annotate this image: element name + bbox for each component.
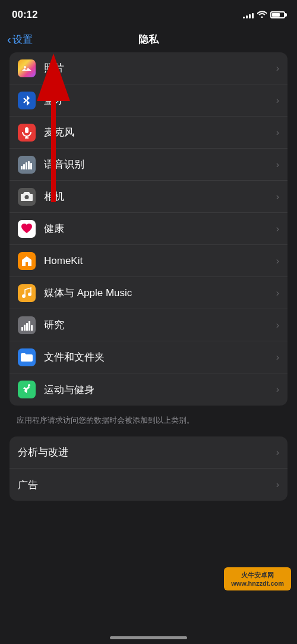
camera-label: 相机 (44, 190, 271, 203)
svg-rect-6 (21, 166, 23, 169)
privacy-items-group: 照片 › 蓝牙 › 麦克风 › (10, 52, 287, 406)
svg-rect-14 (21, 327, 23, 331)
music-chevron: › (276, 288, 279, 299)
sound-recognition-icon (18, 156, 36, 174)
analytics-chevron: › (276, 447, 279, 458)
status-time: 00:12 (12, 9, 37, 21)
health-label: 健康 (44, 222, 271, 235)
svg-rect-8 (26, 162, 27, 169)
signal-icon (243, 11, 254, 18)
fitness-label: 运动与健身 (44, 383, 271, 397)
microphone-chevron: › (276, 127, 279, 138)
camera-chevron: › (276, 191, 279, 202)
fitness-icon (18, 381, 36, 398)
health-row[interactable]: 健康 › (10, 213, 287, 245)
bluetooth-row[interactable]: 蓝牙 › (10, 84, 287, 117)
svg-rect-16 (26, 323, 28, 331)
microphone-row[interactable]: 麦克风 › (10, 117, 287, 149)
photos-icon (18, 59, 36, 77)
status-bar: 00:12 (0, 0, 297, 26)
photos-label: 照片 (44, 61, 271, 75)
ads-row[interactable]: 广告 › (10, 469, 287, 501)
files-label: 文件和文件夹 (44, 350, 271, 364)
ads-label: 广告 (18, 478, 271, 492)
homekit-icon (18, 252, 36, 270)
svg-rect-17 (29, 321, 30, 331)
sound-recognition-row[interactable]: 语音识别 › (10, 149, 287, 181)
analytics-row[interactable]: 分析与改进 › (10, 436, 287, 469)
bluetooth-label: 蓝牙 (44, 93, 271, 107)
svg-rect-18 (31, 325, 33, 331)
svg-point-19 (28, 384, 30, 387)
svg-point-2 (24, 66, 26, 68)
microphone-icon (18, 124, 36, 142)
back-button[interactable]: ‹ 设置 (7, 33, 33, 46)
svg-rect-15 (24, 325, 26, 331)
music-label: 媒体与 Apple Music (44, 286, 271, 300)
camera-row[interactable]: 相机 › (10, 181, 287, 213)
fitness-row[interactable]: 运动与健身 › (10, 373, 287, 406)
music-row[interactable]: 媒体与 Apple Music › (10, 277, 287, 309)
svg-rect-3 (25, 127, 29, 133)
analytics-label: 分析与改进 (18, 445, 271, 459)
svg-rect-10 (30, 163, 32, 169)
home-indicator (110, 636, 187, 639)
fitness-chevron: › (276, 384, 279, 395)
svg-rect-7 (23, 164, 25, 169)
research-icon (18, 316, 36, 334)
battery-icon (270, 11, 285, 18)
bluetooth-icon (18, 92, 36, 109)
svg-point-11 (25, 195, 29, 199)
files-chevron: › (276, 352, 279, 363)
music-icon (18, 284, 36, 302)
research-row[interactable]: 研究 › (10, 309, 287, 341)
research-label: 研究 (44, 318, 271, 332)
files-icon (18, 348, 36, 366)
photos-row[interactable]: 照片 › (10, 52, 287, 84)
ads-chevron: › (276, 479, 279, 490)
homekit-row[interactable]: HomeKit › (10, 245, 287, 277)
section-footer: 应用程序请求访问您的数据时会被添加到以上类别。 (0, 410, 297, 436)
back-chevron-icon: ‹ (7, 33, 11, 45)
watermark-line1: 火牛安卓网 (231, 571, 284, 580)
watermark-line2: www.hnzzdt.com (231, 580, 284, 587)
health-chevron: › (276, 224, 279, 234)
bluetooth-chevron: › (276, 95, 279, 106)
camera-icon (18, 188, 36, 206)
research-chevron: › (276, 320, 279, 331)
privacy-settings-section: 照片 › 蓝牙 › 麦克风 › (0, 52, 297, 501)
page-title: 隐私 (138, 33, 159, 46)
watermark: 火牛安卓网 www.hnzzdt.com (224, 567, 291, 590)
svg-rect-9 (28, 161, 30, 169)
sound-recognition-chevron: › (276, 159, 279, 170)
health-icon (18, 220, 36, 238)
svg-point-13 (28, 293, 31, 296)
wifi-icon (257, 10, 267, 20)
status-icons (243, 10, 285, 20)
nav-bar: ‹ 设置 隐私 (0, 26, 297, 52)
microphone-label: 麦克风 (44, 125, 271, 139)
back-label: 设置 (12, 33, 33, 46)
analytics-ads-group: 分析与改进 › 广告 › (10, 436, 287, 501)
sound-recognition-label: 语音识别 (44, 158, 271, 171)
photos-chevron: › (276, 63, 279, 74)
homekit-label: HomeKit (44, 255, 271, 267)
svg-point-12 (22, 294, 26, 298)
files-row[interactable]: 文件和文件夹 › (10, 341, 287, 373)
homekit-chevron: › (276, 256, 279, 266)
